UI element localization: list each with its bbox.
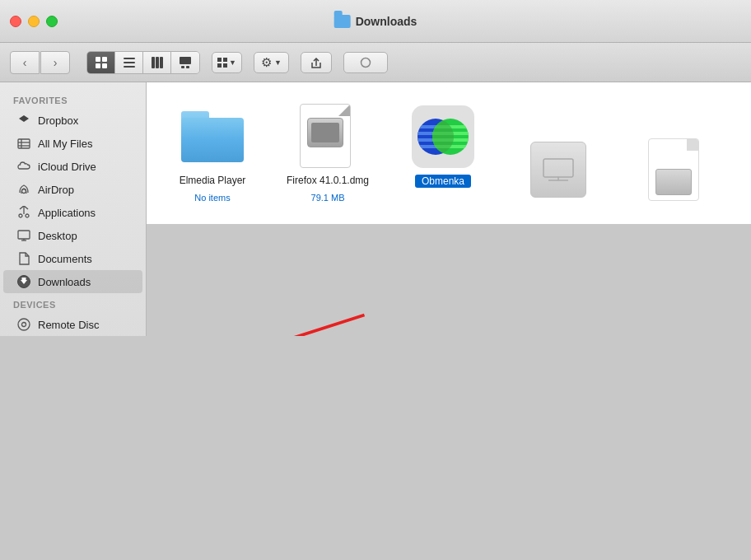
svg-rect-1: [102, 57, 107, 62]
share-button[interactable]: [301, 52, 332, 73]
sidebar-item-airdrop[interactable]: AirDrop: [3, 178, 142, 201]
sidebar-item-label: Desktop: [38, 230, 77, 242]
downloads-icon: [16, 274, 31, 289]
arrow-overlay: [147, 247, 539, 336]
sidebar-item-label: All My Files: [38, 138, 92, 150]
folder-title-icon: [334, 15, 351, 28]
sidebar-item-documents[interactable]: Documents: [3, 247, 142, 270]
disc-icon: [16, 317, 31, 332]
gear-dropdown-icon: ▼: [274, 58, 282, 67]
svg-point-36: [18, 319, 30, 330]
tag-button[interactable]: [343, 52, 388, 73]
svg-rect-0: [96, 57, 100, 62]
tag-icon: [360, 57, 371, 68]
share-icon: [310, 56, 322, 69]
forward-button[interactable]: ›: [40, 51, 70, 74]
file-meta: No items: [194, 193, 230, 203]
svg-rect-7: [152, 57, 155, 68]
svg-point-28: [19, 214, 22, 217]
maximize-button[interactable]: [46, 16, 58, 27]
svg-rect-35: [22, 278, 26, 280]
sidebar-item-downloads[interactable]: Downloads: [3, 270, 142, 293]
sidebar-item-desktop[interactable]: Desktop: [3, 224, 142, 247]
all-files-icon: [16, 136, 31, 151]
file-item-elmedia-player[interactable]: Elmedia Player No items: [163, 99, 262, 208]
gear-icon: ⚙: [261, 55, 272, 70]
sidebar-item-dropbox[interactable]: Dropbox: [3, 109, 142, 132]
sidebar-item-label: AirDrop: [38, 184, 74, 196]
svg-rect-4: [124, 58, 135, 59]
file-name: Elmedia Player: [180, 175, 246, 188]
applications-icon: [16, 205, 31, 220]
svg-rect-13: [217, 58, 222, 62]
svg-rect-8: [156, 57, 159, 68]
view-icon-button[interactable]: [87, 52, 115, 73]
file-item-partial-2[interactable]: [624, 132, 723, 208]
svg-rect-11: [181, 66, 184, 68]
view-cover-button[interactable]: [171, 52, 199, 73]
dmg-page: [300, 104, 351, 168]
obmenka-icon: [412, 105, 474, 168]
main-area: Favorites Dropbox: [0, 82, 751, 336]
dmg-drive: [307, 118, 343, 147]
dmg-icon: [300, 104, 356, 170]
svg-rect-5: [124, 62, 135, 63]
sidebar-item-applications[interactable]: Applications: [3, 201, 142, 224]
view-more-button[interactable]: ▼: [212, 52, 242, 73]
svg-rect-14: [223, 58, 227, 62]
nav-buttons: ‹ ›: [10, 51, 70, 74]
app-icon-wrapper: [410, 104, 476, 170]
sidebar-item-label: Documents: [38, 253, 92, 265]
titlebar: Downloads: [0, 0, 751, 43]
traffic-lights: [10, 16, 58, 27]
svg-rect-16: [223, 63, 227, 68]
sidebar-item-label: Downloads: [38, 276, 91, 288]
partial-icon-2: [641, 137, 707, 203]
desktop-icon: [16, 228, 31, 243]
folder-icon-wrapper: [180, 104, 245, 170]
sidebar-item-label: Applications: [38, 207, 96, 219]
svg-rect-56: [543, 159, 573, 177]
window: Downloads ‹ ›: [0, 0, 751, 336]
devices-section-title: Devices: [0, 293, 146, 313]
cover-icon: [180, 57, 191, 68]
svg-marker-19: [19, 115, 29, 125]
folder-icon: [181, 111, 244, 162]
file-item-firefox-dmg[interactable]: Firefox 41.0.1.dmg 79.1 MB: [278, 99, 377, 208]
action-button[interactable]: ⚙ ▼: [254, 52, 289, 73]
sidebar-item-icloud-drive[interactable]: iCloud Drive: [3, 155, 142, 178]
file-item-partial-1[interactable]: [509, 132, 608, 208]
svg-rect-30: [18, 231, 30, 239]
view-list-button[interactable]: [115, 52, 143, 73]
obmenka-svg: [414, 114, 472, 160]
file-meta: 79.1 MB: [311, 193, 345, 203]
svg-rect-6: [124, 66, 135, 68]
sidebar-item-remote-disc[interactable]: Remote Disc: [3, 313, 142, 336]
svg-rect-3: [102, 63, 107, 68]
dmg-icon-wrapper: [295, 104, 361, 170]
view-button-group: [86, 51, 200, 74]
icloud-icon: [16, 159, 31, 174]
svg-point-37: [22, 323, 26, 327]
close-button[interactable]: [10, 16, 21, 27]
window-title-area: Downloads: [334, 15, 417, 28]
svg-rect-10: [180, 57, 191, 64]
window-title: Downloads: [356, 15, 417, 28]
grid-small-icon: [217, 58, 227, 68]
svg-rect-12: [186, 66, 189, 68]
minimize-button[interactable]: [28, 16, 40, 27]
partial-icon-1: [525, 137, 591, 203]
svg-point-18: [361, 58, 370, 67]
file-item-obmenka[interactable]: Obmenka: [394, 99, 492, 208]
svg-line-60: [201, 315, 365, 337]
toolbar: ‹ ›: [0, 43, 751, 82]
svg-line-26: [20, 206, 24, 209]
back-button[interactable]: ‹: [10, 51, 40, 74]
view-column-button[interactable]: [143, 52, 171, 73]
sidebar-item-label: Remote Disc: [38, 319, 99, 331]
partial-device-icon: [542, 157, 575, 182]
file-grid: Elmedia Player No items: [147, 82, 751, 224]
list-icon: [124, 57, 135, 68]
grid-icon: [96, 57, 107, 68]
sidebar-item-all-my-files[interactable]: All My Files: [3, 132, 142, 155]
